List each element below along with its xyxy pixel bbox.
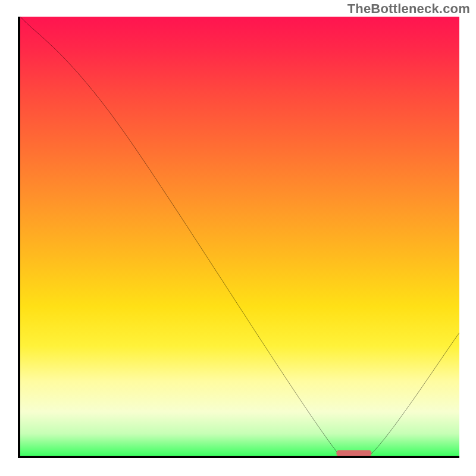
watermark-text: TheBottleneck.com bbox=[347, 1, 470, 17]
plot-area bbox=[18, 17, 459, 458]
chart-canvas: TheBottleneck.com bbox=[0, 0, 476, 476]
background-gradient bbox=[20, 17, 459, 456]
